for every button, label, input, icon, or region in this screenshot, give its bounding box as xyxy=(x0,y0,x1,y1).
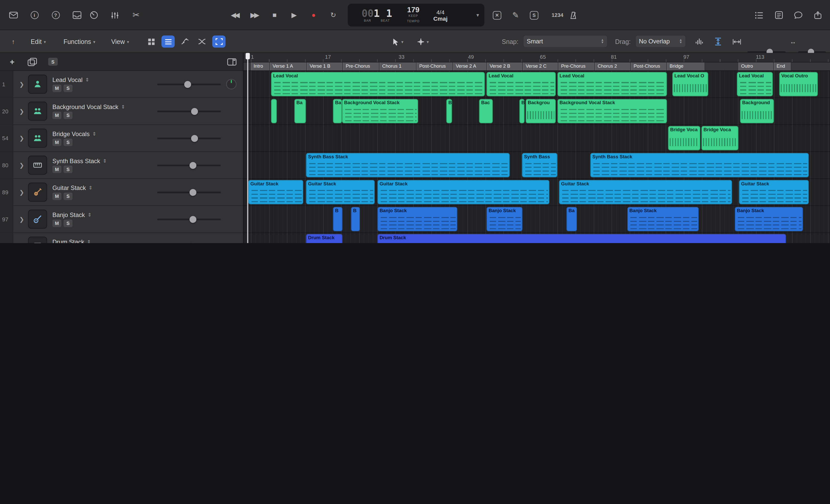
share-icon[interactable] xyxy=(812,9,824,21)
region[interactable]: B xyxy=(519,99,525,123)
quick-help-envelope-icon[interactable] xyxy=(7,9,19,21)
track-name[interactable]: Lead Vocal xyxy=(52,76,83,83)
disclosure-chevron-icon[interactable]: ❯ xyxy=(18,108,26,115)
mute-button[interactable]: M xyxy=(52,192,61,200)
region[interactable] xyxy=(271,99,277,123)
edit-menu[interactable]: Edit▾ xyxy=(31,30,46,53)
record-button[interactable]: ● xyxy=(307,9,319,21)
grid-view-button[interactable] xyxy=(145,35,158,48)
region[interactable]: Backgrou xyxy=(526,99,556,123)
region[interactable]: Background Vocal Stack xyxy=(557,99,667,123)
section-marker[interactable]: Outro xyxy=(738,63,774,70)
inspector-info-icon[interactable]: i xyxy=(29,9,40,21)
solo-all-button[interactable]: S xyxy=(48,58,58,66)
region[interactable]: Lead Vocal xyxy=(737,72,773,96)
collapse-panel-icon[interactable] xyxy=(227,58,236,65)
stop-button[interactable]: ■ xyxy=(268,9,280,21)
lcd-signature[interactable]: 4/4 Cmaj xyxy=(433,9,448,22)
mute-button[interactable]: M xyxy=(52,111,61,119)
volume-slider[interactable] xyxy=(157,192,221,193)
region[interactable]: Ba xyxy=(567,207,577,231)
functions-menu[interactable]: Functions▾ xyxy=(64,30,95,53)
drag-dropdown[interactable]: No Overlap ▲▼ xyxy=(635,35,686,48)
solo-button[interactable]: S xyxy=(64,192,72,200)
view-menu[interactable]: View▾ xyxy=(111,30,129,53)
bar-ruler[interactable]: 1173349658197113 xyxy=(244,53,830,62)
volume-slider-knob[interactable] xyxy=(191,135,198,142)
pencil-tool-icon[interactable]: ✎ xyxy=(510,9,521,21)
track-stack-chevron-icon[interactable]: ⇕ xyxy=(85,77,89,83)
volume-slider-knob[interactable] xyxy=(184,81,191,88)
rewind-button[interactable]: ◀◀ xyxy=(229,9,241,21)
track-lane[interactable]: BaBaBackground Vocal StackBBacBBackgrouB… xyxy=(244,98,830,125)
note-pads-icon[interactable] xyxy=(773,9,785,21)
disclosure-chevron-icon[interactable]: ❯ xyxy=(18,162,26,168)
track-lane[interactable]: BBBanjo StackBanjo StackBaBanjo StackBan… xyxy=(244,206,830,233)
lcd-chevron-icon[interactable]: ▾ xyxy=(476,12,479,18)
section-marker[interactable]: End xyxy=(774,63,791,70)
region[interactable]: B xyxy=(351,207,360,231)
arrange-area[interactable]: Lead VocalLead VocalLead VocalLead Vocal… xyxy=(244,71,830,243)
volume-slider-knob[interactable] xyxy=(191,108,198,115)
lcd-tempo[interactable]: 179 KEEP TEMPO xyxy=(407,6,419,24)
region[interactable]: Background Vocal Stack xyxy=(342,99,418,123)
track-name[interactable]: Banjo Stack xyxy=(52,212,85,218)
track-lane[interactable]: Drum StackDrum Stack xyxy=(244,233,830,243)
track-stack-chevron-icon[interactable]: ⇕ xyxy=(103,158,107,163)
singer-track-icon[interactable] xyxy=(28,74,47,94)
disclosure-chevron-icon[interactable]: ❯ xyxy=(18,81,26,88)
secondary-tool-menu[interactable]: ▾ xyxy=(417,30,429,53)
crossfade-view-button[interactable] xyxy=(195,35,209,48)
region[interactable]: Bac xyxy=(479,99,493,123)
section-marker[interactable]: Post-Chorus xyxy=(631,63,667,70)
region[interactable]: Guitar Stack xyxy=(559,180,732,204)
region[interactable]: Vocal Outro xyxy=(779,72,818,96)
marquee-view-button[interactable] xyxy=(212,35,225,48)
track-header[interactable]: 1❯Lead Vocal⇕MS xyxy=(0,71,243,98)
back-button[interactable]: ↑ xyxy=(6,30,20,53)
track-name[interactable]: Background Vocal Stack xyxy=(52,103,118,110)
section-marker[interactable]: Verse 1 B xyxy=(307,63,343,70)
section-marker[interactable]: Pre-Chorus xyxy=(558,63,595,70)
cycle-button[interactable]: ↻ xyxy=(326,9,338,21)
snap-dropdown[interactable]: Smart ▲▼ xyxy=(523,35,608,48)
lcd-display[interactable]: 0011 BARBEAT 179 KEEP TEMPO 4/4 Cmaj ▾ xyxy=(348,4,484,27)
solo-button[interactable]: S xyxy=(64,165,72,173)
automation-view-button[interactable] xyxy=(179,35,192,48)
track-header[interactable]: 89❯Guitar Stack⇕MS xyxy=(0,179,243,206)
forward-button[interactable]: ▶▶ xyxy=(248,9,260,21)
playhead-handle[interactable] xyxy=(246,53,250,59)
solo-button[interactable]: S xyxy=(64,111,72,119)
section-marker[interactable]: Verse 2 B xyxy=(487,63,523,70)
track-stack-chevron-icon[interactable]: ⇕ xyxy=(89,185,93,190)
track-lane[interactable]: Guitar StackGuitar StackGuitar StackGuit… xyxy=(244,179,830,206)
disclosure-chevron-icon[interactable]: ❯ xyxy=(18,216,26,223)
pointer-tool-menu[interactable]: ▾ xyxy=(393,30,404,53)
solo-button[interactable]: S xyxy=(64,85,72,92)
volume-slider-knob[interactable] xyxy=(189,189,196,196)
mute-button[interactable]: M xyxy=(52,165,61,173)
section-marker[interactable]: Bridge xyxy=(667,63,705,70)
track-lane[interactable]: Bridge VocaBridge Voca xyxy=(244,125,830,152)
region[interactable]: Drum Stack xyxy=(377,234,786,243)
count-in-button[interactable]: 1234 xyxy=(551,12,563,18)
region[interactable]: Ba xyxy=(333,99,342,123)
keys-track-icon[interactable] xyxy=(28,156,47,175)
region[interactable]: Ba xyxy=(294,99,306,123)
pan-knob[interactable] xyxy=(226,79,236,89)
region[interactable]: Lead Vocal xyxy=(486,72,556,96)
track-name[interactable]: Synth Bass Stack xyxy=(52,158,100,164)
section-marker[interactable]: Verse 2 C xyxy=(523,63,558,70)
track-stack-chevron-icon[interactable]: ⇕ xyxy=(87,239,91,243)
region[interactable]: Banjo Stack xyxy=(377,207,457,231)
banjo-track-icon[interactable] xyxy=(28,210,47,229)
metronome-icon[interactable] xyxy=(568,9,579,21)
track-view-button[interactable] xyxy=(161,35,174,48)
volume-slider[interactable] xyxy=(157,84,221,85)
track-stack-chevron-icon[interactable]: ⇕ xyxy=(92,131,96,136)
track-stack-chevron-icon[interactable]: ⇕ xyxy=(88,212,92,217)
toolbar-tray-icon[interactable] xyxy=(71,9,83,21)
region[interactable]: Background xyxy=(740,99,774,123)
region[interactable]: Banjo Stack xyxy=(486,207,522,231)
track-header[interactable]: 20❯Background Vocal Stack⇕MS xyxy=(0,98,243,125)
